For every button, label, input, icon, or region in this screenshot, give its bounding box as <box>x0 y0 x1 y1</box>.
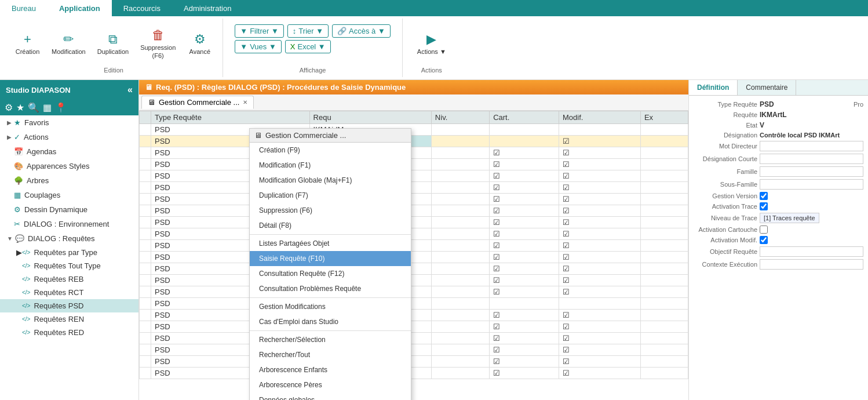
tab-definition[interactable]: Définition <box>689 80 738 95</box>
req-psd-label: Requêtes PSD <box>34 301 83 310</box>
context-listes-partagees[interactable]: Listes Partagées Objet <box>250 236 411 251</box>
field-mot-directeur-input[interactable] <box>760 141 863 151</box>
creation-button[interactable]: + Création <box>12 30 43 58</box>
sidebar-sub-req-rct[interactable]: ▶ </> Requêtes RCT <box>0 286 138 299</box>
modification-button[interactable]: ✏ Modification <box>48 30 89 58</box>
table-row[interactable]: PSDIMDLame☑☑ <box>140 368 688 379</box>
dessin-label: Dessin Dynamique <box>24 205 87 214</box>
acces-button[interactable]: 🔗 Accès à ▼ <box>332 24 391 38</box>
context-sep3 <box>250 330 411 331</box>
tab-commentaire[interactable]: Commentaire <box>738 80 796 95</box>
context-suppression[interactable]: Suppression (F6) <box>250 203 411 218</box>
context-donnees-globales[interactable]: Données globales <box>250 392 411 400</box>
table-row[interactable]: PSD IKMAidM <box>140 124 688 136</box>
table-row[interactable]: PSDIKMInvT☑☑ <box>140 170 688 182</box>
field-niveau-trace-label: Niveau de Trace <box>694 214 757 221</box>
tab-close-icon[interactable]: ✕ <box>243 99 247 106</box>
table-row[interactable]: PSD IKMInvT ☑ ☑ <box>140 147 688 159</box>
sidebar-item-arbres[interactable]: ▶ 🌳 Arbres <box>0 173 138 188</box>
suppression-button[interactable]: 🗑 Suppression (F6) <box>137 26 179 61</box>
sidebar-sub-req-tout-type[interactable]: ▶ </> Requêtes Tout Type <box>0 259 138 272</box>
context-gestion-modifications[interactable]: Gestion Modifications <box>250 299 411 314</box>
table-row[interactable]: PSDIMDGesZ☑☑ <box>140 286 688 298</box>
context-cas-emploi[interactable]: Cas d'Emploi dans Studio <box>250 314 411 329</box>
context-arbo-peres[interactable]: Arborescence Pères <box>250 377 411 392</box>
field-objectif-requete-input[interactable] <box>760 246 863 257</box>
table-row[interactable]: PSDIMDLame☑☑ <box>140 344 688 356</box>
table-row[interactable]: PSDIMDIniIT <box>140 298 688 310</box>
context-rechercher-selection[interactable]: Rechercher/Sélection <box>250 332 411 347</box>
table-row[interactable]: PSDIMDDefG☑☑ <box>140 228 688 240</box>
field-activation-modif-checkbox[interactable] <box>760 236 768 244</box>
context-creation[interactable]: Création (F9) <box>250 143 411 158</box>
table-row[interactable]: PSDIMDInterZ☑☑ <box>140 333 688 344</box>
table-row[interactable]: PSDIMDDefM☑☑ <box>140 263 688 275</box>
context-arbo-enfants[interactable]: Arborescence Enfants <box>250 362 411 377</box>
field-sous-famille-input[interactable] <box>760 179 863 190</box>
sidebar-sub-req-par-type[interactable]: ▶ </> Requêtes par Type <box>0 246 138 259</box>
field-contexte-execution-input[interactable] <box>760 259 863 270</box>
table-row[interactable]: PSDIMDInterl☑☑ <box>140 310 688 321</box>
table-row[interactable]: PSDIKM_Tes☑☑ <box>140 205 688 217</box>
table-row[interactable]: PSDIMDDefG☑☑ <box>140 240 688 252</box>
duplication-button[interactable]: ⧉ Duplication <box>94 30 132 58</box>
menu-administration[interactable]: Administration <box>172 0 243 16</box>
field-designation-courte-input[interactable] <box>760 154 863 164</box>
field-gestion-version-checkbox[interactable] <box>760 192 768 200</box>
sidebar-sub-req-red[interactable]: ▶ </> Requêtes RED <box>0 326 138 339</box>
vues-button[interactable]: ▼ Vues ▼ <box>235 40 282 53</box>
context-saisie-requete[interactable]: Saisie Requête (F10) <box>250 251 411 266</box>
sidebar-icon-star[interactable]: ★ <box>16 102 24 113</box>
menu-bureau[interactable]: Bureau <box>0 0 48 16</box>
table-row[interactable]: PSDIMDDetM☑☑ <box>140 275 688 286</box>
excel-button[interactable]: X Excel ▼ <box>285 40 331 53</box>
table-row[interactable]: PSDIMDInterN☑☑ <box>140 321 688 333</box>
context-modification-globale[interactable]: Modification Globale (Maj+F1) <box>250 173 411 188</box>
sidebar-sub-req-ren[interactable]: ▶ </> Requêtes REN <box>0 312 138 326</box>
sidebar-icon-grid[interactable]: ▦ <box>43 102 52 113</box>
menu-application[interactable]: Application <box>48 0 112 16</box>
table-row[interactable]: PSDIMDLame☑☑ <box>140 356 688 368</box>
table-row[interactable]: PSDIKMPsdR☑☑ <box>140 194 688 205</box>
context-consultation-requete[interactable]: Consultation Requête (F12) <box>250 266 411 281</box>
menu-raccourcis[interactable]: Raccourcis <box>112 0 172 16</box>
avance-button[interactable]: ⚙ Avancé <box>184 30 216 58</box>
actions-button[interactable]: ▶ Actions ▼ <box>414 30 450 58</box>
table-row[interactable]: PSDIKM_Tes☑☑ <box>140 217 688 228</box>
filtrer-button[interactable]: ▼ Filtrer ▼ <box>235 24 284 38</box>
sidebar: Studio DIAPASON « ⚙ ★ 🔍 ▦ 📍 ▶ ★ Favoris … <box>0 80 139 400</box>
sidebar-item-dialog-env[interactable]: ▶ ✂ DIALOG : Environnement <box>0 217 138 231</box>
field-famille-input[interactable] <box>760 166 863 177</box>
sidebar-item-apparences[interactable]: ▶ 🎨 Apparences Styles <box>0 159 138 173</box>
sidebar-item-favoris[interactable]: ▶ ★ Favoris <box>0 115 138 130</box>
sidebar-icon-settings[interactable]: ⚙ <box>5 102 13 113</box>
context-duplication[interactable]: Duplication (F7) <box>250 188 411 203</box>
table-row[interactable]: PSDIKMInvT☑☑ <box>140 159 688 170</box>
field-designation-courte-label: Désignation Courte <box>694 155 757 162</box>
sidebar-item-dessin[interactable]: ▶ ⚙ Dessin Dynamique <box>0 202 138 217</box>
sidebar-item-agendas[interactable]: ▶ 📅 Agendas <box>0 144 138 159</box>
tab-label: Gestion Commerciale ... <box>159 98 239 107</box>
field-activation-trace-checkbox[interactable] <box>760 202 768 210</box>
sidebar-item-couplages[interactable]: ▶ ▦ Couplages <box>0 188 138 202</box>
sidebar-sub-req-reb[interactable]: ▶ </> Requêtes REB <box>0 272 138 286</box>
sidebar-item-actions[interactable]: ▶ ✓ Actions <box>0 130 138 144</box>
tab-gestion-commerciale[interactable]: 🖥 Gestion Commerciale ... ✕ <box>141 96 254 109</box>
sidebar-icon-search[interactable]: 🔍 <box>28 102 39 113</box>
suppression-icon: 🗑 <box>152 28 165 43</box>
context-consultation-problemes[interactable]: Consultation Problèmes Requête <box>250 281 411 296</box>
table-row[interactable]: PSDIKMPsdR☑☑ <box>140 182 688 194</box>
sidebar-item-icons: ⚙ ★ 🔍 ▦ 📍 <box>0 100 138 115</box>
req-rct-expand-icon: ▶ <box>16 288 22 297</box>
trier-button[interactable]: ↕ Trier ▼ <box>287 24 329 38</box>
sidebar-collapse-icon[interactable]: « <box>127 85 133 95</box>
context-detail[interactable]: Détail (F8) <box>250 218 411 233</box>
table-row[interactable]: PSD IKMArtL ☑ <box>140 136 688 147</box>
context-modification[interactable]: Modification (F1) <box>250 158 411 173</box>
sidebar-sub-req-psd[interactable]: ▶ </> Requêtes PSD <box>0 299 138 312</box>
sidebar-item-dialog-req[interactable]: ▼ 💬 DIALOG : Requêtes <box>0 231 138 246</box>
table-row[interactable]: PSDIMDDefM☑☑ <box>140 252 688 263</box>
field-activation-cartouche-checkbox[interactable] <box>760 226 768 234</box>
sidebar-icon-map[interactable]: 📍 <box>55 102 67 113</box>
context-rechercher-tout[interactable]: Rechercher/Tout <box>250 347 411 362</box>
